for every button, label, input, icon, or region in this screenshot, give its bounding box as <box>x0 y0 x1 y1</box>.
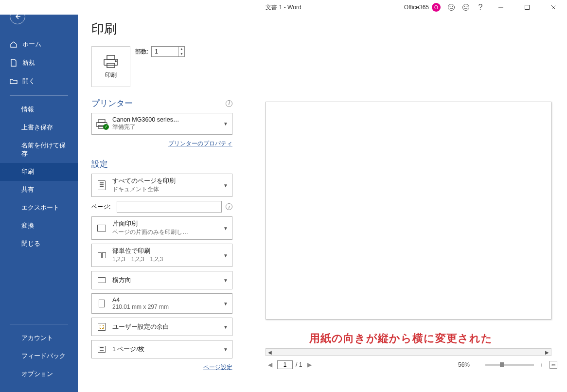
printer-icon <box>103 54 119 69</box>
help-icon[interactable]: ? <box>477 3 484 11</box>
printer-status-icon: ✓ <box>95 119 108 129</box>
fit-page-button[interactable]: ▭ <box>549 361 557 369</box>
sidebar-item-info[interactable]: 情報 <box>0 101 78 119</box>
chevron-down-icon: ▼ <box>222 226 229 231</box>
svg-point-2 <box>448 4 455 11</box>
svg-point-12 <box>115 60 116 61</box>
page-total: / 1 <box>296 361 302 368</box>
orientation-icon <box>98 277 106 283</box>
settings-heading: 設定 <box>91 159 108 170</box>
chevron-down-icon: ▼ <box>222 324 229 330</box>
margins-selector[interactable]: ユーザー設定の余白 ▼ <box>91 318 232 336</box>
copies-input[interactable] <box>152 47 178 56</box>
annotation-text: 用紙の向きが縦から横に変更された <box>309 331 493 346</box>
printer-status: 準備完了 <box>112 123 218 131</box>
copies-up[interactable]: ▲ <box>178 47 184 52</box>
prev-page-button[interactable]: ◀ <box>266 361 274 369</box>
svg-rect-10 <box>104 59 118 65</box>
pages-label: ページ: <box>91 203 113 211</box>
zoom-thumb[interactable] <box>500 362 504 367</box>
chevron-down-icon: ▼ <box>222 278 229 283</box>
svg-rect-9 <box>107 55 115 59</box>
paper-icon <box>99 300 105 307</box>
page-setup-link[interactable]: ページ設定 <box>203 364 232 371</box>
sidebar-item-save[interactable]: 上書き保存 <box>0 119 78 137</box>
zoom-out-button[interactable]: － <box>475 361 480 369</box>
smile-icon[interactable] <box>447 3 455 11</box>
svg-rect-8 <box>525 5 530 10</box>
sidebar-item-share[interactable]: 共有 <box>0 181 78 199</box>
new-doc-icon <box>10 59 18 67</box>
pages-per-sheet-selector[interactable]: 1 ページ/枚 ▼ <box>91 340 232 358</box>
sidebar-item-label: 開く <box>22 77 35 86</box>
ready-check-icon: ✓ <box>103 124 109 130</box>
minimize-button[interactable] <box>491 0 511 14</box>
print-options-column: 印刷 部数: ▲▼ プリンター i ✓ <box>91 46 232 374</box>
pages-input[interactable] <box>117 201 222 213</box>
svg-rect-13 <box>98 120 105 123</box>
frown-icon[interactable] <box>462 3 470 11</box>
sidebar-item-account[interactable]: アカウント <box>0 329 78 347</box>
orientation-selector[interactable]: 横方向 ▼ <box>91 271 232 289</box>
sidebar-item-export[interactable]: エクスポート <box>0 199 78 217</box>
duplex-icon <box>97 225 106 232</box>
maximize-button[interactable] <box>517 0 537 14</box>
sidebar: ホーム 新規 開く 情報 上書き保存 名前を付けて保存 印刷 共有 エクスポート… <box>0 0 78 392</box>
sidebar-item-new[interactable]: 新規 <box>0 53 78 72</box>
print-range-selector[interactable]: すべてのページを印刷 ドキュメント全体 ▼ <box>91 174 232 197</box>
user-name: Office365 <box>404 4 429 11</box>
svg-point-5 <box>463 4 469 11</box>
printer-selector[interactable]: ✓ Canon MG3600 series… 準備完了 ▼ <box>91 113 232 135</box>
duplex-selector[interactable]: 片面印刷 ページの片面のみを印刷し… ▼ <box>91 216 232 240</box>
sidebar-item-close[interactable]: 閉じる <box>0 235 78 253</box>
user-account[interactable]: Office365 O <box>404 3 441 12</box>
sidebar-item-label: 新規 <box>22 58 35 67</box>
sidebar-item-transform[interactable]: 変換 <box>0 217 78 235</box>
chevron-down-icon: ▼ <box>222 347 229 352</box>
printer-heading: プリンター <box>91 98 133 109</box>
copies-down[interactable]: ▼ <box>178 52 184 56</box>
sidebar-separator <box>10 95 68 96</box>
open-icon <box>10 77 18 85</box>
printer-name: Canon MG3600 series… <box>112 116 218 123</box>
zoom-slider[interactable] <box>485 364 534 366</box>
printer-info-icon[interactable]: i <box>226 100 232 107</box>
printer-properties-link[interactable]: プリンターのプロパティ <box>168 140 232 147</box>
svg-point-4 <box>452 6 453 6</box>
sidebar-item-home[interactable]: ホーム <box>0 35 78 53</box>
sidebar-item-open[interactable]: 開く <box>0 72 78 90</box>
pages-info-icon[interactable]: i <box>226 203 232 210</box>
chevron-down-icon: ▼ <box>222 121 229 126</box>
print-button[interactable]: 印刷 <box>91 46 130 87</box>
sidebar-separator <box>10 324 68 324</box>
copies-spinner[interactable]: ▲▼ <box>151 46 185 57</box>
sidebar-item-saveas[interactable]: 名前を付けて保存 <box>0 137 78 163</box>
avatar: O <box>432 3 441 12</box>
document-icon <box>98 180 106 190</box>
sidebar-item-feedback[interactable]: フィードバック <box>0 347 78 365</box>
scroll-left-icon[interactable]: ◀ <box>266 350 274 355</box>
collate-icon <box>98 252 106 258</box>
page-title: 印刷 <box>91 20 567 37</box>
zoom-in-button[interactable]: ＋ <box>539 361 545 369</box>
scroll-right-icon[interactable]: ▶ <box>543 350 551 355</box>
next-page-button[interactable]: ▶ <box>305 361 314 369</box>
margins-icon <box>98 323 106 331</box>
zoom-value: 56% <box>458 361 470 368</box>
sidebar-item-label: ホーム <box>22 40 41 49</box>
print-button-label: 印刷 <box>105 71 117 79</box>
preview-hscrollbar[interactable]: ◀ ▶ <box>266 348 551 356</box>
sidebar-item-options[interactable]: オプション <box>0 365 78 383</box>
svg-point-7 <box>467 6 467 6</box>
paper-size-selector[interactable]: A4 210.01 mm x 297 mm ▼ <box>91 293 232 314</box>
chevron-down-icon: ▼ <box>222 183 229 188</box>
window-title: 文書 1 - Word <box>266 3 301 12</box>
close-button[interactable] <box>544 0 563 14</box>
svg-point-6 <box>464 6 465 6</box>
copies-label: 部数: <box>135 48 148 56</box>
chevron-down-icon: ▼ <box>222 301 229 306</box>
collate-selector[interactable]: 部単位で印刷 1,2,3 1,2,3 1,2,3 ▼ <box>91 244 232 267</box>
page-number-input[interactable] <box>277 360 293 369</box>
home-icon <box>10 40 18 48</box>
sidebar-item-print[interactable]: 印刷 <box>0 163 78 181</box>
